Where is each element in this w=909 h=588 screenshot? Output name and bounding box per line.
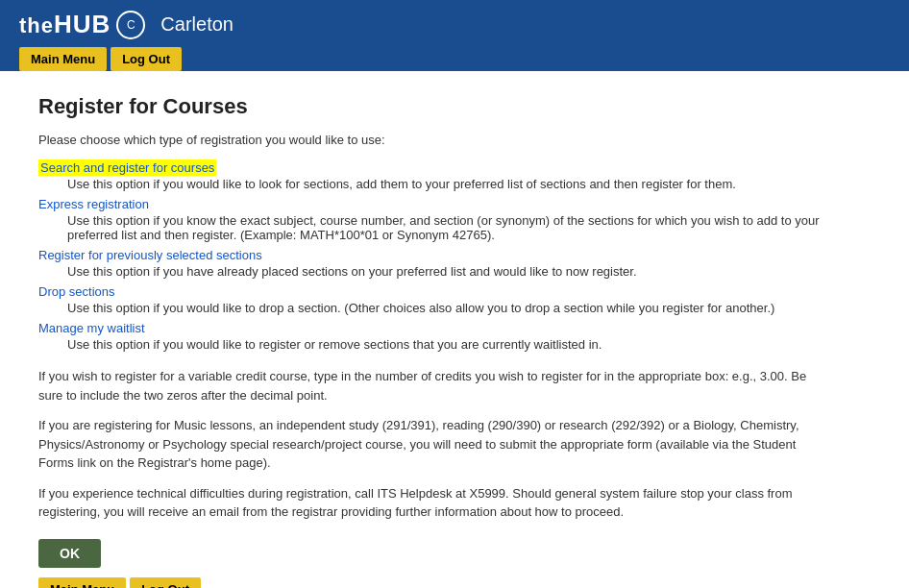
header-top: theHUB C Carleton: [19, 10, 233, 39]
header: theHUB C Carleton Main Menu Log Out: [0, 0, 909, 71]
info-paragraph-2: If you are registering for Music lessons…: [38, 416, 826, 473]
footer-section: OK Main Menu Log Out: [38, 539, 826, 589]
hub-logo: theHUB: [19, 10, 111, 39]
carleton-label: Carleton: [160, 13, 233, 36]
register-previously-selected-desc: Use this option if you have already plac…: [67, 264, 826, 279]
footer-nav: Main Menu Log Out: [38, 577, 826, 589]
intro-text: Please choose which type of registration…: [38, 133, 826, 147]
main-menu-bottom-button[interactable]: Main Menu: [38, 577, 126, 589]
log-out-bottom-button[interactable]: Log Out: [130, 577, 201, 589]
main-content: Register for Courses Please choose which…: [0, 71, 865, 588]
option-express-registration: Express registration Use this option if …: [38, 197, 826, 242]
log-out-top-button[interactable]: Log Out: [111, 47, 182, 71]
search-register-link[interactable]: Search and register for courses: [38, 159, 216, 176]
option-drop-sections: Drop sections Use this option if you wou…: [38, 284, 826, 315]
express-registration-desc: Use this option if you know the exact su…: [67, 213, 826, 242]
express-registration-link[interactable]: Express registration: [38, 197, 149, 211]
drop-sections-link[interactable]: Drop sections: [38, 284, 114, 299]
ok-button[interactable]: OK: [38, 539, 101, 568]
drop-sections-desc: Use this option if you would like to dro…: [67, 301, 826, 315]
manage-waitlist-link[interactable]: Manage my waitlist: [38, 321, 145, 335]
main-menu-top-button[interactable]: Main Menu: [19, 47, 107, 71]
option-manage-waitlist: Manage my waitlist Use this option if yo…: [38, 321, 826, 352]
option-search-register: Search and register for courses Use this…: [38, 160, 826, 191]
register-previously-selected-link[interactable]: Register for previously selected section…: [38, 248, 262, 262]
option-register-previously-selected: Register for previously selected section…: [38, 248, 826, 279]
registration-options: Search and register for courses Use this…: [38, 160, 826, 352]
carleton-emblem-icon: C: [116, 11, 145, 39]
search-register-desc: Use this option if you would like to loo…: [67, 177, 826, 191]
info-paragraph-3: If you experience technical difficulties…: [38, 484, 826, 522]
manage-waitlist-desc: Use this option if you would like to reg…: [67, 337, 826, 352]
page-title: Register for Courses: [38, 94, 826, 119]
info-paragraph-1: If you wish to register for a variable c…: [38, 367, 826, 404]
header-nav: Main Menu Log Out: [19, 47, 182, 71]
